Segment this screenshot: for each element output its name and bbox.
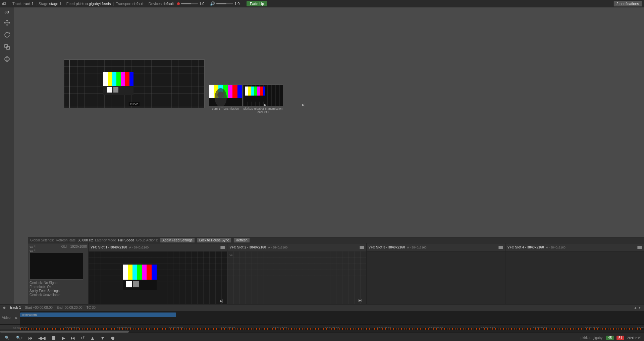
vfc-slot-4: VFC Slot 4 - 3840x2160 A - 3840x2160 [505,243,644,304]
vfc-slot-1-content[interactable]: ▶| [89,251,227,304]
time-display: 20:01:15 [627,336,641,340]
playhead-handle[interactable]: ▶| [264,103,268,107]
svg-rect-36 [128,265,132,280]
genlock-unavail-row: Genlock Unavailable [30,293,87,297]
scroll-thumb[interactable] [0,331,129,333]
transport-label: Transport [116,2,131,6]
svg-rect-15 [107,87,112,93]
svg-point-26 [217,92,224,98]
fade-up-button[interactable]: Fade Up [247,1,267,6]
pkirkup-playhead[interactable]: ▶| [302,103,306,107]
vfc-slot-1: VFC Slot 1 - 3840x2160 A - 3840x2160 [89,243,227,304]
feed-value: pkirkup-gigabyt feeds [76,2,111,6]
go-start-button[interactable]: ⏮ [26,335,35,341]
vx1-row: vx 4 GUI - 1920x1080 [30,245,87,248]
vx2-row: vx 4 [30,249,87,252]
timeline-area: ⏺ track 1 Start +00:00:00.00 End -00:09:… [0,304,644,341]
lock-house-sync-button[interactable]: Lock to House Sync [197,238,231,243]
stage-label: Stage [39,2,48,6]
svg-rect-12 [125,72,129,86]
group-actions-label: Group Actions: [136,238,158,242]
svg-rect-31 [257,87,260,96]
svg-rect-34 [245,96,265,102]
track-lanes: Video ▶ TestPattern [0,311,644,325]
vfc-slot-4-content[interactable] [505,251,644,304]
play-fast-forward-button[interactable]: ⏭ [69,335,77,341]
vfc-slot-2-sub: A - 3840x2160 [268,246,287,249]
video-lane-content[interactable]: TestPattern [20,311,644,324]
move-icon[interactable] [2,18,12,27]
zoom-out-button[interactable]: 🔍- [3,335,13,341]
devices-section: Devices default [149,2,174,6]
svg-rect-2 [5,45,7,47]
vfc-slot-2: VFC Slot 2 - 3840x2160 A - 3840x2160 ve … [227,243,366,304]
vfc-slot-3: VFC Slot 3 - 3840x2160 A - 3840x2160 [367,243,505,304]
volume-value-1: 1.0 [199,2,209,6]
apply-feed-btn-row[interactable]: Apply Feed Settings [30,289,87,293]
svg-rect-10 [116,72,121,86]
refresh-button[interactable]: Refresh [233,238,250,243]
next-marker-button[interactable]: ▼ [98,335,107,341]
volume-slider-1[interactable] [181,3,198,4]
vfc-slot-2-title: VFC Slot 2 - 3840x2160 [229,245,266,249]
track-tc: TC 30 [87,306,96,309]
slot2-content-label: ve [229,253,233,257]
record-dot [177,2,180,5]
play-back-button[interactable]: ◀◀ [36,335,48,341]
svg-rect-11 [121,72,125,86]
devices-value: default [163,2,174,6]
svg-rect-23 [237,85,242,98]
track-expand-icon[interactable]: ▲ ▼ [634,306,641,309]
timeline-info: pkirkup-gigabyt 45 51 20:01:15 [581,336,641,340]
timeline-scroll[interactable] [0,330,644,333]
vfc-slot-3-content[interactable] [367,251,505,304]
svg-rect-22 [232,85,237,98]
playback-controls: 🔍- 🔍+ ⏮ ◀◀ ⏹ ▶ ⏭ ↺ ▲ ▼ ⏺ pkirkup-gigabyt… [0,333,644,341]
svg-rect-40 [147,265,152,280]
svg-rect-30 [254,87,257,96]
transport-value: default [132,2,144,6]
zoom-in-button[interactable]: 🔍+ [14,335,25,341]
video-lane-label: Video ▶ [0,311,20,324]
left-info-panel: vx 4 GUI - 1920x1080 vx 4 Genlock: No Si… [28,243,89,304]
svg-rect-13 [129,72,133,86]
record-button[interactable]: ⏺ [108,335,117,341]
svg-rect-16 [113,87,118,93]
svg-rect-35 [123,265,128,280]
play-forward-button[interactable]: ▶ [60,335,67,341]
latency-value: Full Speed [118,238,134,242]
svg-rect-32 [260,87,263,96]
video-clip-bar[interactable]: TestPattern [20,312,176,317]
video-expand[interactable]: ▶ [15,316,18,320]
video-label: Video [2,316,10,320]
vfc-slot-1-sub: A - 3840x2160 [129,246,149,249]
globe-icon[interactable] [2,54,12,64]
volume-slider-2[interactable] [216,3,233,4]
devices-label: Devices [149,2,162,6]
vfc-slot-2-content[interactable]: ve ▶| [227,251,366,304]
vfc-slot-3-indicator [498,246,503,249]
main-canvas[interactable]: curve [64,59,205,108]
apply-feed-settings-button[interactable]: Apply Feed Settings [160,238,195,243]
scale-icon[interactable] [2,42,12,52]
cam1-label: cam 1 Transmission [212,107,239,110]
svg-rect-43 [126,281,132,287]
vfc-slot-3-sub: A - 3840x2160 [407,246,426,249]
left-sidebar: 3D [0,7,14,304]
track-section: Track track 1 [12,2,34,6]
svg-rect-44 [133,281,139,287]
svg-rect-21 [228,85,232,98]
vfc-slot-1-header: VFC Slot 1 - 3840x2160 A - 3840x2160 [89,243,227,251]
stop-button[interactable]: ⏹ [49,334,58,341]
transport-section: Transport default [116,2,144,6]
bottom-panel: Global Settings: Refresh Rate 60.000 Hz … [28,237,644,304]
prev-marker-button[interactable]: ▲ [88,335,97,341]
top-bar: d3 | Track track 1 | Stage stage 1 | Fee… [0,0,644,7]
loop-button[interactable]: ↺ [79,335,87,341]
genlock-row: Genlock: No Signal [30,281,87,285]
rotate-icon[interactable] [2,30,12,40]
vfc-slot-4-indicator [637,246,642,249]
notifications-button[interactable]: 2 notifications [613,1,642,7]
volume-value-2: 1.0 [234,2,244,6]
speaker-icon: 🔊 [210,1,215,6]
